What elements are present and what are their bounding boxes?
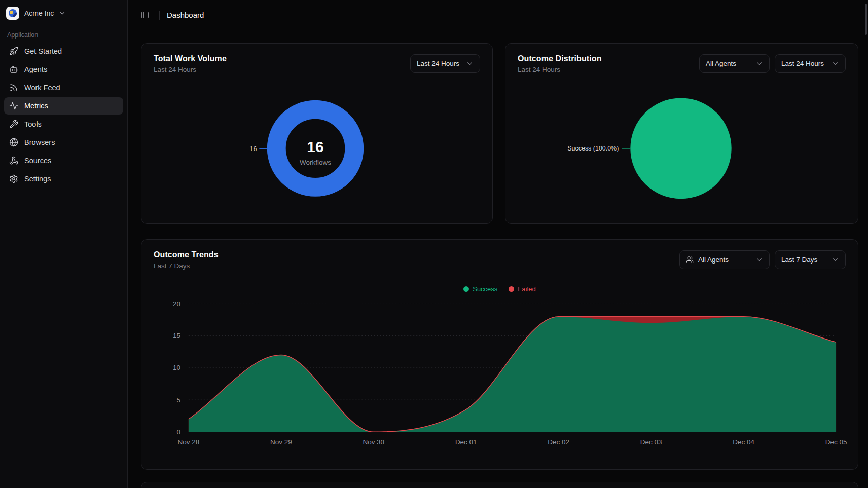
- svg-text:Nov 28: Nov 28: [178, 438, 200, 446]
- panel-left-icon: [141, 10, 149, 20]
- sidebar-item-label: Settings: [24, 175, 51, 183]
- total-work-volume-card: Total Work Volume Last 24 Hours Last 24 …: [141, 43, 493, 224]
- sidebar-item-get-started[interactable]: Get Started: [4, 43, 123, 60]
- sidebar-item-metrics[interactable]: Metrics: [4, 97, 123, 115]
- svg-text:Dec 02: Dec 02: [548, 438, 569, 446]
- sidebar-item-settings[interactable]: Settings: [4, 170, 123, 187]
- sidebar: Acme Inc Application Get Started Agents: [0, 0, 128, 488]
- chevron-down-icon: [831, 256, 839, 264]
- chevron-down-icon: [831, 60, 839, 67]
- sidebar-nav: Get Started Agents Work Feed Metrics: [4, 43, 123, 187]
- svg-text:15: 15: [173, 332, 180, 340]
- pie-circle: [630, 98, 731, 199]
- chevron-down-icon: [755, 256, 763, 264]
- chevron-down-icon: [59, 10, 66, 17]
- sidebar-item-label: Work Feed: [24, 84, 60, 92]
- time-range-select[interactable]: Last 7 Days: [775, 250, 846, 269]
- wrench-icon: [9, 120, 18, 129]
- card-title: Total Work Volume: [154, 54, 227, 63]
- sidebar-item-browsers[interactable]: Browsers: [4, 134, 123, 151]
- card-subtitle: Last 24 Hours: [154, 66, 227, 73]
- rss-icon: [9, 83, 18, 92]
- legend-item-success: Success: [463, 285, 497, 293]
- legend-dot-success: [463, 286, 469, 292]
- svg-text:Nov 29: Nov 29: [270, 438, 292, 446]
- card-subtitle: Last 7 Days: [154, 262, 219, 270]
- webhook-icon: [9, 156, 18, 165]
- legend-dot-failed: [509, 286, 514, 292]
- svg-text:Dec 05: Dec 05: [825, 438, 847, 446]
- outcome-distribution-card: Outcome Distribution Last 24 Hours All A…: [505, 43, 858, 224]
- org-logo-icon: [8, 9, 17, 18]
- gear-icon: [9, 174, 18, 183]
- sidebar-toggle-button[interactable]: [138, 8, 152, 22]
- svg-text:20: 20: [173, 300, 180, 308]
- sidebar-item-tools[interactable]: Tools: [4, 116, 123, 133]
- svg-text:10: 10: [173, 364, 180, 371]
- svg-text:Nov 30: Nov 30: [363, 438, 384, 446]
- page-title: Dashboard: [167, 11, 204, 19]
- sidebar-item-label: Browsers: [24, 138, 55, 146]
- sidebar-item-work-feed[interactable]: Work Feed: [4, 79, 123, 96]
- svg-text:0: 0: [176, 428, 180, 436]
- legend-label: Failed: [518, 285, 535, 293]
- failed-line: [189, 317, 836, 432]
- chevron-down-icon: [466, 60, 474, 67]
- donut-center-label: Workflows: [300, 159, 331, 166]
- sidebar-item-label: Sources: [24, 157, 51, 165]
- outcome-trends-card: Outcome Trends Last 7 Days All Agents: [141, 239, 858, 470]
- card-subtitle: Last 24 Hours: [518, 66, 602, 73]
- sidebar-item-label: Get Started: [24, 47, 62, 55]
- svg-text:5: 5: [176, 396, 180, 404]
- bot-icon: [9, 65, 18, 74]
- agent-select[interactable]: All Agents: [679, 250, 770, 269]
- donut-callout-label: 16: [249, 145, 257, 153]
- svg-text:Dec 03: Dec 03: [640, 438, 662, 446]
- dashboard-content: Total Work Volume Last 24 Hours Last 24 …: [128, 30, 868, 488]
- time-range-select[interactable]: Last 24 Hours: [775, 54, 846, 73]
- card-title: Outcome Trends: [154, 250, 219, 259]
- svg-text:Dec 04: Dec 04: [733, 438, 754, 446]
- scrollbar-thumb[interactable]: [865, 4, 867, 35]
- topbar: Dashboard: [128, 0, 868, 30]
- legend-item-failed: Failed: [509, 285, 535, 293]
- select-value: Last 24 Hours: [417, 60, 459, 67]
- activity-icon: [9, 101, 18, 110]
- main-area: Dashboard Total Work Volume Last 24 Hour…: [128, 0, 868, 488]
- topbar-divider: [159, 11, 160, 20]
- sidebar-item-label: Metrics: [24, 102, 48, 110]
- card-title: Outcome Distribution: [518, 54, 602, 63]
- globe-icon: [9, 138, 18, 147]
- rocket-icon: [9, 47, 18, 56]
- pie-callout-label: Success (100.0%): [567, 145, 619, 152]
- sidebar-item-label: Agents: [24, 65, 47, 73]
- legend-label: Success: [473, 285, 497, 293]
- select-value: All Agents: [706, 60, 736, 67]
- failed-area: [189, 317, 836, 432]
- next-card-partial: [141, 482, 858, 488]
- svg-text:Dec 01: Dec 01: [455, 438, 477, 446]
- select-value: Last 24 Hours: [781, 60, 824, 67]
- agent-select[interactable]: All Agents: [699, 54, 770, 73]
- sidebar-item-sources[interactable]: Sources: [4, 152, 123, 169]
- select-value: Last 7 Days: [781, 256, 817, 264]
- sidebar-item-agents[interactable]: Agents: [4, 61, 123, 78]
- donut-center-value: 16: [307, 138, 323, 155]
- chevron-down-icon: [755, 60, 763, 67]
- chart-legend: Success Failed: [141, 285, 858, 293]
- users-icon: [686, 256, 694, 264]
- org-switcher[interactable]: Acme Inc: [4, 4, 123, 22]
- select-value: All Agents: [698, 256, 729, 264]
- sidebar-item-label: Tools: [24, 120, 42, 128]
- success-area: [189, 317, 836, 432]
- area-chart: 05101520Nov 28Nov 29Nov 30Dec 01Dec 02De…: [141, 240, 858, 469]
- org-name: Acme Inc: [24, 9, 54, 17]
- donut-ring: [276, 109, 354, 187]
- time-range-select[interactable]: Last 24 Hours: [410, 54, 480, 73]
- org-logo: [6, 7, 19, 20]
- app-window: Acme Inc Application Get Started Agents: [0, 0, 868, 488]
- nav-section-label: Application: [4, 31, 123, 39]
